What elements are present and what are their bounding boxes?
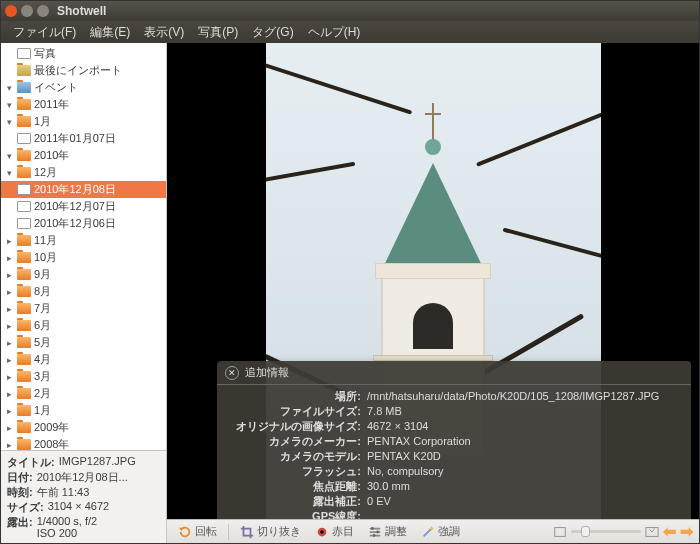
folder-icon	[17, 422, 31, 433]
nav-month[interactable]: ▸5月	[1, 334, 166, 351]
menu-tags[interactable]: タグ(G)	[246, 22, 299, 43]
next-photo-button[interactable]: ➡	[680, 522, 693, 541]
nav-month[interactable]: ▾12月	[1, 164, 166, 181]
zoom-fit-icon[interactable]	[553, 525, 567, 539]
info-key: ファイルサイズ:	[227, 404, 361, 419]
nav-month[interactable]: ▾1月	[1, 113, 166, 130]
nav-label: 9月	[34, 267, 51, 282]
nav-label: イベント	[34, 80, 78, 95]
crop-button[interactable]: 切り抜き	[235, 523, 306, 540]
nav-year[interactable]: ▸2008年	[1, 436, 166, 450]
minimize-button[interactable]	[21, 5, 33, 17]
nav-month[interactable]: ▸9月	[1, 266, 166, 283]
rotate-icon	[178, 525, 192, 539]
crop-label: 切り抜き	[257, 524, 301, 539]
svg-point-1	[320, 530, 324, 534]
folder-icon	[17, 235, 31, 246]
meta-time-v: 午前 11:43	[37, 485, 90, 500]
metadata-panel: タイトル:IMGP1287.JPG 日付:2010年12月08日... 時刻:午…	[1, 450, 166, 543]
folder-icon	[17, 286, 31, 297]
nav-month[interactable]: ▸10月	[1, 249, 166, 266]
nav-event[interactable]: 2010年12月06日	[1, 215, 166, 232]
tree-branch	[266, 55, 412, 114]
folder-icon	[17, 439, 31, 450]
folder-icon	[17, 150, 31, 161]
nav-month[interactable]: ▸2月	[1, 385, 166, 402]
nav-month[interactable]: ▸11月	[1, 232, 166, 249]
zoom-actual-icon[interactable]	[645, 525, 659, 539]
prev-photo-button[interactable]: ⬅	[663, 522, 676, 541]
info-row: 焦点距離:30.0 mm	[227, 479, 681, 494]
nav-label: 1月	[34, 403, 51, 418]
info-key: オリジナルの画像サイズ:	[227, 419, 361, 434]
meta-size-v: 3104 × 4672	[48, 500, 109, 515]
enhance-icon	[421, 525, 435, 539]
folder-icon	[17, 388, 31, 399]
nav-label: 11月	[34, 233, 57, 248]
nav-label: 2009年	[34, 420, 69, 435]
nav-month[interactable]: ▸1月	[1, 402, 166, 419]
menu-file[interactable]: ファイル(F)	[7, 22, 82, 43]
nav-month[interactable]: ▸4月	[1, 351, 166, 368]
adjust-label: 調整	[385, 524, 407, 539]
nav-tree: 写真 最後にインポート ▾イベント ▾2011年 ▾1月 2011年01月07日…	[1, 43, 166, 450]
nav-month[interactable]: ▸8月	[1, 283, 166, 300]
redeye-icon	[315, 525, 329, 539]
info-row: 場所:/mnt/hatsuharu/data/Photo/K20D/105_12…	[227, 389, 681, 404]
nav-events[interactable]: ▾イベント	[1, 79, 166, 96]
redeye-button[interactable]: 赤目	[310, 523, 359, 540]
rotate-button[interactable]: 回転	[173, 523, 222, 540]
nav-event-selected[interactable]: 2010年12月08日	[1, 181, 166, 198]
nav-label: 1月	[34, 114, 51, 129]
event-icon	[17, 218, 31, 229]
nav-label: 2010年	[34, 148, 69, 163]
close-info-button[interactable]: ✕	[225, 366, 239, 380]
maximize-button[interactable]	[37, 5, 49, 17]
toolbar: 回転 切り抜き 赤目 調整 強調 ⬅ ➡	[167, 519, 699, 543]
nav-month[interactable]: ▸3月	[1, 368, 166, 385]
nav-label: 4月	[34, 352, 51, 367]
nav-year[interactable]: ▾2010年	[1, 147, 166, 164]
info-row: カメラのモデル:PENTAX K20D	[227, 449, 681, 464]
info-value: No, compulsory	[367, 464, 681, 479]
sidebar: 写真 最後にインポート ▾イベント ▾2011年 ▾1月 2011年01月07日…	[1, 43, 167, 543]
nav-year[interactable]: ▸2009年	[1, 419, 166, 436]
meta-size-k: サイズ:	[7, 500, 44, 515]
menu-edit[interactable]: 編集(E)	[84, 22, 136, 43]
menu-help[interactable]: ヘルプ(H)	[302, 22, 367, 43]
folder-icon	[17, 167, 31, 178]
enhance-button[interactable]: 強調	[416, 523, 465, 540]
adjust-button[interactable]: 調整	[363, 523, 412, 540]
tree-branch	[266, 162, 355, 189]
titlebar: Shotwell	[1, 1, 699, 21]
nav-event[interactable]: 2011年01月07日	[1, 130, 166, 147]
nav-month[interactable]: ▸6月	[1, 317, 166, 334]
meta-date-v: 2010年12月08日...	[37, 470, 128, 485]
nav-label: 7月	[34, 301, 51, 316]
folder-icon	[17, 371, 31, 382]
nav-label: 6月	[34, 318, 51, 333]
meta-date-k: 日付:	[7, 470, 33, 485]
bell-arch	[413, 303, 453, 349]
info-value: 30.0 mm	[367, 479, 681, 494]
meta-time-k: 時刻:	[7, 485, 33, 500]
close-button[interactable]	[5, 5, 17, 17]
info-key: フラッシュ:	[227, 464, 361, 479]
import-icon	[17, 65, 31, 76]
nav-event[interactable]: 2010年12月07日	[1, 198, 166, 215]
zoom-knob[interactable]	[581, 526, 590, 537]
info-row: カメラのメーカー:PENTAX Corporation	[227, 434, 681, 449]
meta-exp-k: 露出:	[7, 515, 33, 539]
menu-photo[interactable]: 写真(P)	[192, 22, 244, 43]
svg-point-3	[376, 530, 379, 533]
nav-last-import[interactable]: 最後にインポート	[1, 62, 166, 79]
svg-point-2	[371, 527, 374, 530]
nav-year[interactable]: ▾2011年	[1, 96, 166, 113]
nav-month[interactable]: ▸7月	[1, 300, 166, 317]
info-row: 露出補正:0 EV	[227, 494, 681, 509]
zoom-slider[interactable]	[571, 530, 641, 533]
nav-photos[interactable]: 写真	[1, 45, 166, 62]
menu-view[interactable]: 表示(V)	[138, 22, 190, 43]
event-icon	[17, 201, 31, 212]
info-key: カメラのモデル:	[227, 449, 361, 464]
